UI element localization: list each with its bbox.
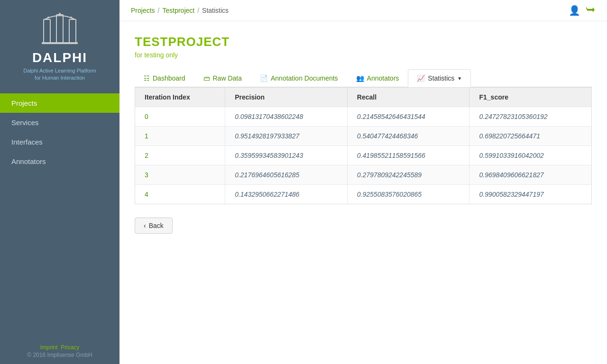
tab-annotation-documents[interactable]: 📄 Annotation Documents <box>251 69 347 87</box>
user-icon[interactable]: 👤 <box>569 5 580 16</box>
cell-recall-4: 0.9255083576020865 <box>347 185 469 204</box>
sidebar-item-projects[interactable]: Projects <box>0 93 120 113</box>
breadcrumb-current: Statistics <box>202 7 229 14</box>
database-icon: 🗃 <box>203 74 210 82</box>
cell-precision-0: 0.09813170438602248 <box>225 107 348 127</box>
cell-f1-3: 0.9698409606621827 <box>469 165 591 185</box>
logo-image <box>38 9 81 47</box>
tab-dashboard[interactable]: ☷ Dashboard <box>135 69 194 87</box>
table-row: 00.098131704386022480.214585426464315440… <box>135 107 591 127</box>
svg-point-5 <box>59 13 61 15</box>
sidebar-nav: Projects Services Interfaces Annotators <box>0 93 120 171</box>
cell-iteration-3: 3 <box>135 165 225 185</box>
svg-rect-0 <box>44 19 50 43</box>
tab-statistics[interactable]: 📈 Statistics ▼ <box>408 69 471 87</box>
col-header-iteration: Iteration Index <box>135 88 225 107</box>
cell-recall-1: 0.540477424468346 <box>347 127 469 146</box>
tab-raw-data[interactable]: 🗃 Raw Data <box>194 69 251 87</box>
cell-f1-2: 0.5991033916042002 <box>469 146 591 165</box>
imprint-link[interactable]: Imprint <box>40 344 58 351</box>
sidebar: DALPHI Dalphi Active Learning Platform f… <box>0 0 120 364</box>
cell-iteration-2: 2 <box>135 146 225 165</box>
breadcrumb: Projects / Testproject / Statistics <box>131 7 229 14</box>
breadcrumb-sep-2: / <box>197 7 199 14</box>
sidebar-item-interfaces[interactable]: Interfaces <box>0 132 120 152</box>
cell-recall-2: 0.41985521158591566 <box>347 146 469 165</box>
privacy-link[interactable]: Privacy <box>61 344 79 351</box>
sidebar-item-services[interactable]: Services <box>0 113 120 132</box>
col-header-precision: Precision <box>225 88 348 107</box>
sidebar-title: DALPHI <box>32 50 87 65</box>
cell-precision-4: 0.1432950662271486 <box>225 185 348 204</box>
logo-area: DALPHI Dalphi Active Learning Platform f… <box>18 0 101 89</box>
table-header-row: Iteration Index Precision Recall F1_scor… <box>135 88 591 107</box>
breadcrumb-projects[interactable]: Projects <box>131 7 155 14</box>
svg-point-6 <box>70 17 72 18</box>
cell-recall-0: 0.21458542646431544 <box>347 107 469 127</box>
svg-rect-1 <box>56 15 63 43</box>
statistics-table: Iteration Index Precision Recall F1_scor… <box>135 88 591 204</box>
main-content: Projects / Testproject / Statistics 👤 ⮩ … <box>120 0 607 364</box>
file-icon: 📄 <box>260 74 268 82</box>
tab-annotators[interactable]: 👥 Annotators <box>347 69 408 87</box>
col-header-f1: F1_score <box>469 88 591 107</box>
dropdown-arrow-icon: ▼ <box>457 76 462 81</box>
cell-f1-0: 0.24727823105360192 <box>469 107 591 127</box>
cell-f1-4: 0.9900582329447197 <box>469 185 591 204</box>
page-title: TESTPROJECT <box>135 35 592 49</box>
table-row: 30.21769646056162850.27978092422455890.9… <box>135 165 591 185</box>
cell-iteration-1: 1 <box>135 127 225 146</box>
col-header-recall: Recall <box>347 88 469 107</box>
cell-recall-3: 0.2797809242245589 <box>347 165 469 185</box>
svg-rect-3 <box>42 42 78 44</box>
topbar: Projects / Testproject / Statistics 👤 ⮩ <box>120 0 607 21</box>
project-subtitle: for testing only <box>135 51 592 59</box>
cell-precision-1: 0.9514928197933827 <box>225 127 348 146</box>
content-area: TESTPROJECT for testing only ☷ Dashboard… <box>120 21 607 249</box>
sidebar-footer: Imprint Privacy © 2016 Implisense GmbH <box>0 337 120 364</box>
back-arrow-icon: ‹ <box>144 222 146 229</box>
table-row: 40.14329506622714860.92550835760208650.9… <box>135 185 591 204</box>
cell-precision-2: 0.35959934583901243 <box>225 146 348 165</box>
sidebar-item-annotators[interactable]: Annotators <box>0 152 120 171</box>
logout-icon[interactable]: ⮩ <box>586 5 596 16</box>
cell-iteration-4: 4 <box>135 185 225 204</box>
sidebar-subtitle: Dalphi Active Learning Platform for Huma… <box>18 65 101 84</box>
table-row: 20.359599345839012430.419855211585915660… <box>135 146 591 165</box>
breadcrumb-sep-1: / <box>158 7 160 14</box>
subtitle-value: testing only <box>144 51 178 59</box>
cell-precision-3: 0.2176964605616285 <box>225 165 348 185</box>
statistics-table-wrapper: Iteration Index Precision Recall F1_scor… <box>135 87 592 204</box>
topbar-icons: 👤 ⮩ <box>569 5 596 16</box>
svg-rect-2 <box>69 19 76 43</box>
table-row: 10.95149281979338270.5404774244683460.69… <box>135 127 591 146</box>
tabs: ☷ Dashboard 🗃 Raw Data 📄 Annotation Docu… <box>135 69 592 87</box>
dashboard-icon: ☷ <box>144 74 150 82</box>
users-icon: 👥 <box>356 74 364 82</box>
svg-point-4 <box>47 17 49 18</box>
copyright-text: © 2016 Implisense GmbH <box>0 352 120 358</box>
back-button[interactable]: ‹ Back <box>135 218 173 234</box>
cell-iteration-0: 0 <box>135 107 225 127</box>
cell-f1-1: 0.698220725664471 <box>469 127 591 146</box>
breadcrumb-testproject[interactable]: Testproject <box>162 7 194 14</box>
chart-icon: 📈 <box>417 74 425 82</box>
